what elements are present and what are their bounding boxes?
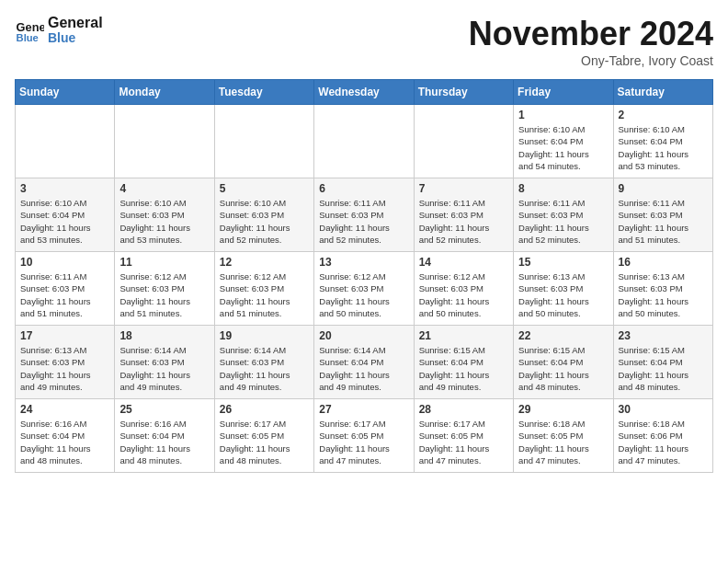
calendar-day-cell: 13Sunrise: 6:12 AM Sunset: 6:03 PM Dayli… — [314, 252, 414, 326]
calendar-day-header: Sunday — [16, 80, 115, 105]
day-info: Sunrise: 6:10 AM Sunset: 6:04 PM Dayligh… — [518, 123, 608, 172]
day-number: 29 — [518, 403, 608, 416]
day-number: 21 — [419, 329, 508, 342]
day-number: 2 — [619, 109, 708, 121]
day-info: Sunrise: 6:17 AM Sunset: 6:05 PM Dayligh… — [419, 418, 508, 466]
logo-text-general: General — [48, 15, 103, 31]
calendar-day-cell: 2Sunrise: 6:10 AM Sunset: 6:04 PM Daylig… — [613, 105, 712, 178]
page-header: General Blue General Blue November 2024 … — [15, 15, 713, 68]
day-number: 19 — [220, 329, 309, 342]
day-number: 25 — [119, 403, 209, 416]
day-number: 6 — [319, 182, 408, 195]
day-number: 9 — [619, 182, 708, 195]
day-info: Sunrise: 6:11 AM Sunset: 6:03 PM Dayligh… — [419, 197, 508, 246]
calendar-day-cell: 18Sunrise: 6:14 AM Sunset: 6:03 PM Dayli… — [115, 326, 214, 399]
calendar-day-cell — [414, 105, 513, 178]
day-info: Sunrise: 6:16 AM Sunset: 6:04 PM Dayligh… — [20, 418, 109, 466]
calendar-day-cell: 26Sunrise: 6:17 AM Sunset: 6:05 PM Dayli… — [214, 399, 313, 473]
day-info: Sunrise: 6:18 AM Sunset: 6:06 PM Dayligh… — [619, 418, 708, 466]
day-number: 18 — [119, 329, 209, 342]
day-info: Sunrise: 6:10 AM Sunset: 6:03 PM Dayligh… — [220, 197, 309, 246]
calendar-day-cell: 10Sunrise: 6:11 AM Sunset: 6:03 PM Dayli… — [16, 252, 115, 326]
day-info: Sunrise: 6:12 AM Sunset: 6:03 PM Dayligh… — [419, 270, 508, 319]
day-info: Sunrise: 6:11 AM Sunset: 6:03 PM Dayligh… — [319, 197, 408, 246]
calendar-day-cell: 3Sunrise: 6:10 AM Sunset: 6:04 PM Daylig… — [16, 178, 115, 252]
day-number: 8 — [518, 182, 608, 195]
calendar-day-cell — [314, 105, 414, 178]
calendar-day-header: Wednesday — [314, 80, 414, 105]
day-number: 27 — [319, 403, 408, 416]
day-number: 5 — [220, 182, 309, 195]
day-number: 12 — [220, 256, 309, 269]
calendar-day-cell: 6Sunrise: 6:11 AM Sunset: 6:03 PM Daylig… — [314, 178, 414, 252]
day-info: Sunrise: 6:11 AM Sunset: 6:03 PM Dayligh… — [619, 197, 708, 246]
day-number: 10 — [20, 256, 109, 269]
calendar-week-row: 24Sunrise: 6:16 AM Sunset: 6:04 PM Dayli… — [16, 399, 713, 473]
day-info: Sunrise: 6:16 AM Sunset: 6:04 PM Dayligh… — [119, 418, 209, 466]
calendar-day-cell: 25Sunrise: 6:16 AM Sunset: 6:04 PM Dayli… — [115, 399, 214, 473]
day-info: Sunrise: 6:17 AM Sunset: 6:05 PM Dayligh… — [319, 418, 408, 466]
calendar-day-cell: 17Sunrise: 6:13 AM Sunset: 6:03 PM Dayli… — [16, 326, 115, 399]
day-number: 15 — [518, 256, 608, 269]
day-number: 26 — [220, 403, 309, 416]
logo: General Blue General Blue — [15, 15, 103, 45]
day-number: 23 — [619, 329, 708, 342]
calendar-day-cell: 9Sunrise: 6:11 AM Sunset: 6:03 PM Daylig… — [613, 178, 712, 252]
calendar-day-cell: 5Sunrise: 6:10 AM Sunset: 6:03 PM Daylig… — [214, 178, 313, 252]
calendar-day-cell: 19Sunrise: 6:14 AM Sunset: 6:03 PM Dayli… — [214, 326, 313, 399]
calendar-day-cell: 20Sunrise: 6:14 AM Sunset: 6:04 PM Dayli… — [314, 326, 414, 399]
calendar-week-row: 1Sunrise: 6:10 AM Sunset: 6:04 PM Daylig… — [16, 105, 713, 178]
calendar-day-cell: 15Sunrise: 6:13 AM Sunset: 6:03 PM Dayli… — [514, 252, 613, 326]
day-info: Sunrise: 6:11 AM Sunset: 6:03 PM Dayligh… — [518, 197, 608, 246]
calendar-day-cell: 16Sunrise: 6:13 AM Sunset: 6:03 PM Dayli… — [613, 252, 712, 326]
day-info: Sunrise: 6:17 AM Sunset: 6:05 PM Dayligh… — [220, 418, 309, 466]
day-info: Sunrise: 6:14 AM Sunset: 6:03 PM Dayligh… — [220, 344, 309, 393]
day-number: 1 — [518, 109, 608, 121]
day-number: 13 — [319, 256, 408, 269]
calendar-day-cell: 8Sunrise: 6:11 AM Sunset: 6:03 PM Daylig… — [514, 178, 613, 252]
calendar-day-cell: 21Sunrise: 6:15 AM Sunset: 6:04 PM Dayli… — [414, 326, 513, 399]
logo-icon: General Blue — [15, 15, 44, 44]
day-number: 24 — [20, 403, 109, 416]
day-info: Sunrise: 6:14 AM Sunset: 6:03 PM Dayligh… — [119, 344, 209, 393]
svg-text:Blue: Blue — [17, 32, 39, 43]
calendar-table: SundayMondayTuesdayWednesdayThursdayFrid… — [15, 79, 713, 473]
title-section: November 2024 Ony-Tabre, Ivory Coast — [469, 15, 713, 68]
calendar-week-row: 17Sunrise: 6:13 AM Sunset: 6:03 PM Dayli… — [16, 326, 713, 399]
calendar-day-cell — [115, 105, 214, 178]
calendar-header-row: SundayMondayTuesdayWednesdayThursdayFrid… — [16, 80, 713, 105]
day-number: 28 — [419, 403, 508, 416]
calendar-day-cell — [214, 105, 313, 178]
calendar-day-cell: 30Sunrise: 6:18 AM Sunset: 6:06 PM Dayli… — [613, 399, 712, 473]
day-info: Sunrise: 6:10 AM Sunset: 6:04 PM Dayligh… — [619, 123, 708, 172]
calendar-day-header: Saturday — [613, 80, 712, 105]
day-info: Sunrise: 6:18 AM Sunset: 6:05 PM Dayligh… — [518, 418, 608, 466]
calendar-day-header: Tuesday — [214, 80, 313, 105]
day-info: Sunrise: 6:15 AM Sunset: 6:04 PM Dayligh… — [619, 344, 708, 393]
calendar-day-cell: 24Sunrise: 6:16 AM Sunset: 6:04 PM Dayli… — [16, 399, 115, 473]
calendar-day-cell — [16, 105, 115, 178]
calendar-week-row: 3Sunrise: 6:10 AM Sunset: 6:04 PM Daylig… — [16, 178, 713, 252]
day-number: 20 — [319, 329, 408, 342]
calendar-day-cell: 29Sunrise: 6:18 AM Sunset: 6:05 PM Dayli… — [514, 399, 613, 473]
calendar-day-header: Thursday — [414, 80, 513, 105]
calendar-day-header: Friday — [514, 80, 613, 105]
day-number: 4 — [119, 182, 209, 195]
day-number: 16 — [619, 256, 708, 269]
calendar-day-cell: 28Sunrise: 6:17 AM Sunset: 6:05 PM Dayli… — [414, 399, 513, 473]
logo-text-blue: Blue — [48, 31, 103, 45]
day-info: Sunrise: 6:10 AM Sunset: 6:04 PM Dayligh… — [20, 197, 109, 246]
calendar-day-header: Monday — [115, 80, 214, 105]
day-number: 22 — [518, 329, 608, 342]
day-info: Sunrise: 6:12 AM Sunset: 6:03 PM Dayligh… — [119, 270, 209, 319]
day-info: Sunrise: 6:13 AM Sunset: 6:03 PM Dayligh… — [518, 270, 608, 319]
location-subtitle: Ony-Tabre, Ivory Coast — [469, 53, 713, 68]
calendar-day-cell: 1Sunrise: 6:10 AM Sunset: 6:04 PM Daylig… — [514, 105, 613, 178]
calendar-day-cell: 22Sunrise: 6:15 AM Sunset: 6:04 PM Dayli… — [514, 326, 613, 399]
calendar-day-cell: 7Sunrise: 6:11 AM Sunset: 6:03 PM Daylig… — [414, 178, 513, 252]
day-number: 7 — [419, 182, 508, 195]
day-info: Sunrise: 6:12 AM Sunset: 6:03 PM Dayligh… — [319, 270, 408, 319]
day-number: 3 — [20, 182, 109, 195]
day-info: Sunrise: 6:12 AM Sunset: 6:03 PM Dayligh… — [220, 270, 309, 319]
day-info: Sunrise: 6:10 AM Sunset: 6:03 PM Dayligh… — [119, 197, 209, 246]
